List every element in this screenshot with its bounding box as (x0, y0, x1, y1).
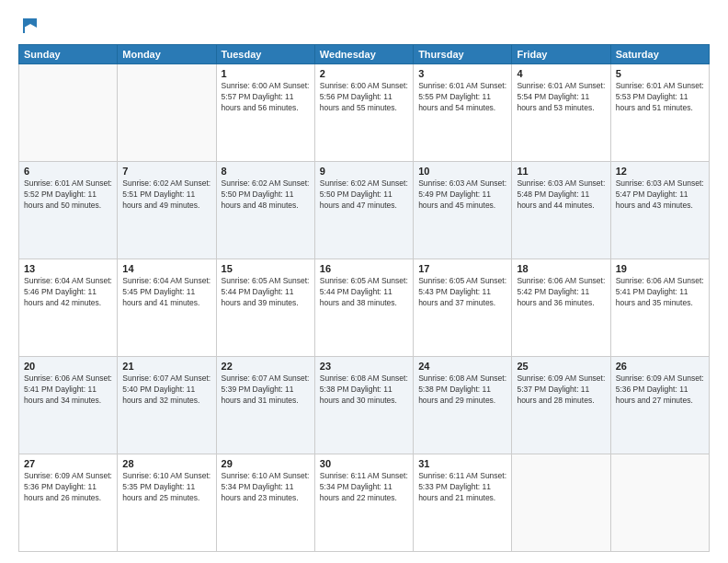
day-number: 24 (418, 361, 506, 372)
day-info: Sunrise: 6:05 AM Sunset: 5:44 PM Dayligh… (222, 276, 310, 309)
calendar-day-cell: 15Sunrise: 6:05 AM Sunset: 5:44 PM Dayli… (216, 259, 314, 357)
calendar-day-cell: 9Sunrise: 6:02 AM Sunset: 5:50 PM Daylig… (314, 162, 413, 259)
day-info: Sunrise: 6:02 AM Sunset: 5:50 PM Dayligh… (320, 178, 408, 212)
logo-flag-icon (20, 15, 40, 35)
calendar-week-row: 13Sunrise: 6:04 AM Sunset: 5:46 PM Dayli… (19, 259, 710, 357)
day-info: Sunrise: 6:09 AM Sunset: 5:36 PM Dayligh… (616, 373, 704, 407)
day-number: 18 (517, 263, 605, 274)
day-number: 10 (418, 166, 506, 177)
day-number: 9 (320, 166, 408, 177)
calendar-day-cell: 29Sunrise: 6:10 AM Sunset: 5:34 PM Dayli… (216, 454, 314, 552)
calendar-day-cell: 6Sunrise: 6:01 AM Sunset: 5:52 PM Daylig… (19, 162, 118, 259)
calendar-day-cell: 27Sunrise: 6:09 AM Sunset: 5:36 PM Dayli… (19, 454, 118, 552)
calendar-day-cell: 10Sunrise: 6:03 AM Sunset: 5:49 PM Dayli… (414, 162, 512, 259)
calendar-day-cell: 24Sunrise: 6:08 AM Sunset: 5:38 PM Dayli… (414, 357, 512, 454)
day-number: 28 (122, 458, 210, 469)
day-number: 6 (24, 166, 112, 177)
weekday-header-friday: Friday (512, 45, 610, 64)
day-info: Sunrise: 6:02 AM Sunset: 5:50 PM Dayligh… (222, 178, 310, 212)
day-number: 3 (418, 68, 506, 79)
day-info: Sunrise: 6:06 AM Sunset: 5:42 PM Dayligh… (517, 276, 605, 309)
calendar-day-cell: 3Sunrise: 6:01 AM Sunset: 5:55 PM Daylig… (414, 64, 512, 162)
header (18, 15, 710, 35)
calendar-table: SundayMondayTuesdayWednesdayThursdayFrid… (18, 44, 710, 552)
calendar-day-cell: 13Sunrise: 6:04 AM Sunset: 5:46 PM Dayli… (19, 259, 118, 357)
day-number: 12 (616, 166, 704, 177)
day-number: 16 (320, 263, 408, 274)
day-number: 7 (122, 166, 210, 177)
day-number: 4 (517, 68, 605, 79)
day-number: 21 (122, 361, 210, 372)
calendar-week-row: 27Sunrise: 6:09 AM Sunset: 5:36 PM Dayli… (19, 454, 710, 552)
day-info: Sunrise: 6:09 AM Sunset: 5:37 PM Dayligh… (517, 373, 605, 407)
day-info: Sunrise: 6:01 AM Sunset: 5:54 PM Dayligh… (517, 81, 605, 114)
calendar-day-cell: 30Sunrise: 6:11 AM Sunset: 5:34 PM Dayli… (314, 454, 413, 552)
weekday-header-thursday: Thursday (414, 45, 512, 64)
calendar-day-cell: 16Sunrise: 6:05 AM Sunset: 5:44 PM Dayli… (314, 259, 413, 357)
day-number: 14 (122, 263, 210, 274)
day-info: Sunrise: 6:08 AM Sunset: 5:38 PM Dayligh… (320, 373, 408, 407)
day-number: 2 (320, 68, 408, 79)
calendar-day-cell: 8Sunrise: 6:02 AM Sunset: 5:50 PM Daylig… (216, 162, 314, 259)
day-info: Sunrise: 6:07 AM Sunset: 5:39 PM Dayligh… (222, 373, 310, 407)
day-number: 13 (24, 263, 112, 274)
calendar-day-cell (118, 64, 216, 162)
calendar-day-cell: 28Sunrise: 6:10 AM Sunset: 5:35 PM Dayli… (118, 454, 216, 552)
calendar-day-cell: 19Sunrise: 6:06 AM Sunset: 5:41 PM Dayli… (610, 259, 709, 357)
weekday-header-sunday: Sunday (19, 45, 118, 64)
day-number: 15 (222, 263, 310, 274)
calendar-day-cell: 11Sunrise: 6:03 AM Sunset: 5:48 PM Dayli… (512, 162, 610, 259)
day-number: 30 (320, 458, 408, 469)
day-number: 5 (616, 68, 704, 79)
day-info: Sunrise: 6:04 AM Sunset: 5:45 PM Dayligh… (122, 276, 210, 309)
weekday-header-monday: Monday (118, 45, 216, 64)
calendar-day-cell: 4Sunrise: 6:01 AM Sunset: 5:54 PM Daylig… (512, 64, 610, 162)
calendar-week-row: 20Sunrise: 6:06 AM Sunset: 5:41 PM Dayli… (19, 357, 710, 454)
day-number: 11 (517, 166, 605, 177)
calendar-day-cell: 23Sunrise: 6:08 AM Sunset: 5:38 PM Dayli… (314, 357, 413, 454)
weekday-header-row: SundayMondayTuesdayWednesdayThursdayFrid… (19, 45, 710, 64)
day-info: Sunrise: 6:10 AM Sunset: 5:34 PM Dayligh… (222, 471, 310, 504)
day-info: Sunrise: 6:00 AM Sunset: 5:57 PM Dayligh… (222, 81, 310, 114)
calendar-week-row: 1Sunrise: 6:00 AM Sunset: 5:57 PM Daylig… (19, 64, 710, 162)
day-info: Sunrise: 6:05 AM Sunset: 5:43 PM Dayligh… (418, 276, 506, 309)
calendar-day-cell (512, 454, 610, 552)
calendar-day-cell: 18Sunrise: 6:06 AM Sunset: 5:42 PM Dayli… (512, 259, 610, 357)
day-number: 22 (222, 361, 310, 372)
calendar-day-cell: 14Sunrise: 6:04 AM Sunset: 5:45 PM Dayli… (118, 259, 216, 357)
day-number: 25 (517, 361, 605, 372)
day-info: Sunrise: 6:06 AM Sunset: 5:41 PM Dayligh… (24, 373, 112, 407)
day-number: 8 (222, 166, 310, 177)
svg-marker-0 (24, 18, 37, 28)
calendar-day-cell: 31Sunrise: 6:11 AM Sunset: 5:33 PM Dayli… (414, 454, 512, 552)
day-number: 17 (418, 263, 506, 274)
day-number: 31 (418, 458, 506, 469)
calendar-day-cell: 1Sunrise: 6:00 AM Sunset: 5:57 PM Daylig… (216, 64, 314, 162)
calendar-day-cell (19, 64, 118, 162)
calendar-day-cell: 25Sunrise: 6:09 AM Sunset: 5:37 PM Dayli… (512, 357, 610, 454)
day-info: Sunrise: 6:01 AM Sunset: 5:55 PM Dayligh… (418, 81, 506, 114)
day-number: 27 (24, 458, 112, 469)
calendar-day-cell: 2Sunrise: 6:00 AM Sunset: 5:56 PM Daylig… (314, 64, 413, 162)
day-number: 1 (222, 68, 310, 79)
weekday-header-wednesday: Wednesday (314, 45, 413, 64)
calendar-day-cell: 12Sunrise: 6:03 AM Sunset: 5:47 PM Dayli… (610, 162, 709, 259)
day-number: 19 (616, 263, 704, 274)
logo-general (18, 15, 40, 35)
calendar-day-cell: 20Sunrise: 6:06 AM Sunset: 5:41 PM Dayli… (19, 357, 118, 454)
day-info: Sunrise: 6:10 AM Sunset: 5:35 PM Dayligh… (122, 471, 210, 504)
calendar-day-cell (610, 454, 709, 552)
day-info: Sunrise: 6:05 AM Sunset: 5:44 PM Dayligh… (320, 276, 408, 309)
calendar-day-cell: 26Sunrise: 6:09 AM Sunset: 5:36 PM Dayli… (610, 357, 709, 454)
weekday-header-saturday: Saturday (610, 45, 709, 64)
day-info: Sunrise: 6:01 AM Sunset: 5:53 PM Dayligh… (616, 81, 704, 114)
day-number: 20 (24, 361, 112, 372)
weekday-header-tuesday: Tuesday (216, 45, 314, 64)
calendar-day-cell: 21Sunrise: 6:07 AM Sunset: 5:40 PM Dayli… (118, 357, 216, 454)
day-info: Sunrise: 6:00 AM Sunset: 5:56 PM Dayligh… (320, 81, 408, 114)
day-info: Sunrise: 6:11 AM Sunset: 5:34 PM Dayligh… (320, 471, 408, 504)
calendar-day-cell: 7Sunrise: 6:02 AM Sunset: 5:51 PM Daylig… (118, 162, 216, 259)
day-info: Sunrise: 6:03 AM Sunset: 5:49 PM Dayligh… (418, 178, 506, 212)
day-info: Sunrise: 6:01 AM Sunset: 5:52 PM Dayligh… (24, 178, 112, 212)
page: SundayMondayTuesdayWednesdayThursdayFrid… (0, 0, 728, 563)
